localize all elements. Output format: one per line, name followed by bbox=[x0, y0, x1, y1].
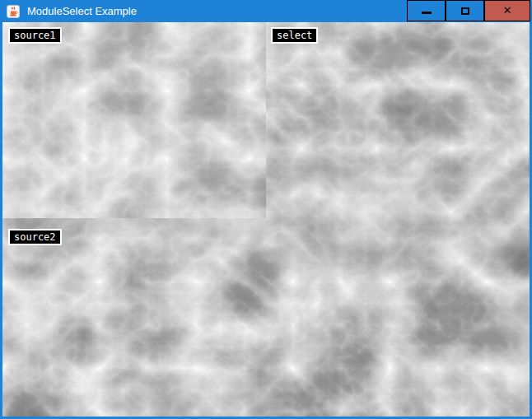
close-button[interactable]: ✕ bbox=[484, 0, 530, 21]
window-title: ModuleSelect Example bbox=[27, 0, 137, 22]
maximize-button[interactable] bbox=[446, 0, 484, 21]
java-coffee-cup-icon bbox=[7, 5, 20, 18]
titlebar[interactable]: ModuleSelect Example ✕ bbox=[0, 0, 532, 22]
close-icon: ✕ bbox=[503, 0, 512, 21]
minimize-button[interactable] bbox=[407, 0, 446, 21]
window-controls: ✕ bbox=[407, 0, 530, 21]
noise-render bbox=[2, 22, 530, 417]
source1-noise-image bbox=[2, 22, 266, 218]
noise-canvas: source1 select source2 bbox=[2, 22, 530, 417]
app-window: ModuleSelect Example ✕ bbox=[0, 0, 532, 419]
minimize-icon bbox=[422, 12, 432, 14]
maximize-icon bbox=[461, 7, 469, 15]
